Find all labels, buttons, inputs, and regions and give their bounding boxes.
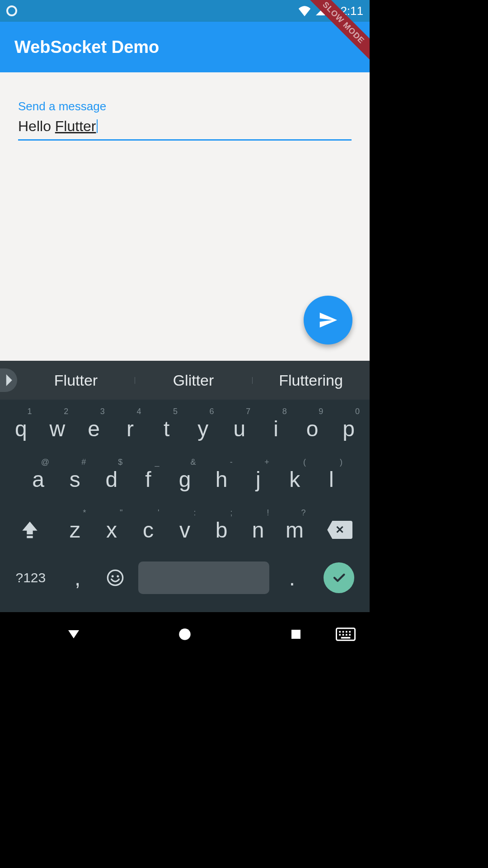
key-w[interactable]: w2 <box>40 404 75 453</box>
key-q[interactable]: q1 <box>4 404 38 453</box>
key-hint: & <box>191 458 196 467</box>
svg-rect-7 <box>291 630 300 639</box>
key-h[interactable]: h- <box>204 455 239 504</box>
key-hint: 2 <box>64 407 68 416</box>
svg-rect-14 <box>343 634 344 636</box>
key-hint: ? <box>301 508 305 518</box>
svg-rect-9 <box>339 631 341 633</box>
key-space[interactable] <box>135 556 272 599</box>
key-a[interactable]: a@ <box>21 455 56 504</box>
key-r[interactable]: r4 <box>113 404 148 453</box>
text-cursor-icon <box>97 119 98 133</box>
suggestion-expand-button[interactable] <box>0 368 17 392</box>
key-o[interactable]: o9 <box>295 404 330 453</box>
soft-keyboard: Flutter Glitter Fluttering q1w2e3r4t5y6u… <box>0 361 370 612</box>
nav-keyboard-switch-button[interactable] <box>335 624 356 645</box>
key-hint: 9 <box>319 407 323 416</box>
send-icon <box>318 310 338 330</box>
key-n[interactable]: n! <box>241 505 276 554</box>
key-emoji[interactable] <box>97 556 133 599</box>
svg-rect-12 <box>349 631 351 633</box>
key-d[interactable]: d$ <box>94 455 129 504</box>
status-app-indicator-icon <box>6 5 17 16</box>
key-hint: 1 <box>28 407 32 416</box>
svg-point-4 <box>112 575 114 577</box>
battery-charging-icon <box>329 5 337 17</box>
key-y[interactable]: y6 <box>186 404 221 453</box>
circle-icon <box>177 627 192 642</box>
key-hint: ! <box>267 508 269 518</box>
key-hint: " <box>120 508 122 518</box>
key-comma[interactable]: , <box>60 556 96 599</box>
key-hint: ; <box>230 508 232 518</box>
suggestion-item-2[interactable]: Fluttering <box>252 372 370 389</box>
system-nav-bar <box>0 612 370 656</box>
message-input-text-composing: Flutter <box>55 118 96 134</box>
svg-point-6 <box>179 628 191 640</box>
key-hint: 6 <box>210 407 214 416</box>
key-hint: : <box>193 508 196 518</box>
enter-check-icon <box>324 562 354 593</box>
message-input-text-plain: Hello <box>18 118 55 134</box>
key-hint: 5 <box>173 407 178 416</box>
key-c[interactable]: c' <box>131 505 166 554</box>
suggestion-bar: Flutter Glitter Fluttering <box>0 361 370 400</box>
key-t[interactable]: t5 <box>149 404 184 453</box>
message-field-label: Send a message <box>18 99 352 113</box>
key-m[interactable]: m? <box>277 505 312 554</box>
key-enter[interactable] <box>312 556 366 599</box>
key-hint: 3 <box>100 407 105 416</box>
key-period[interactable]: . <box>274 556 310 599</box>
svg-rect-11 <box>346 631 347 633</box>
key-l[interactable]: l) <box>314 455 349 504</box>
key-b[interactable]: b; <box>204 505 239 554</box>
emoji-icon <box>106 569 124 587</box>
spacebar-icon <box>138 561 269 594</box>
nav-back-button[interactable] <box>63 624 84 645</box>
key-shift[interactable] <box>4 505 56 554</box>
nav-recent-button[interactable] <box>286 624 306 645</box>
svg-point-3 <box>108 570 123 585</box>
key-hint: @ <box>41 458 49 467</box>
key-j[interactable]: j+ <box>241 455 276 504</box>
key-p[interactable]: p0 <box>331 404 366 453</box>
status-clock: 2:11 <box>340 4 363 18</box>
content-area: Send a message Hello Flutter <box>0 72 370 361</box>
svg-point-5 <box>117 575 119 577</box>
key-x[interactable]: x" <box>94 505 129 554</box>
suggestion-item-1[interactable]: Glitter <box>135 372 252 389</box>
app-bar: WebSocket Demo <box>0 22 370 72</box>
key-z[interactable]: z* <box>58 505 93 554</box>
app-title: WebSocket Demo <box>14 38 159 57</box>
wifi-icon <box>298 5 311 16</box>
key-u[interactable]: u7 <box>222 404 257 453</box>
svg-rect-16 <box>349 634 351 636</box>
key-k[interactable]: k( <box>277 455 312 504</box>
svg-rect-2 <box>27 536 33 538</box>
svg-rect-15 <box>346 634 347 636</box>
key-hint: 0 <box>355 407 360 416</box>
key-backspace[interactable]: ✕ <box>314 505 366 554</box>
suggestion-item-0[interactable]: Flutter <box>17 372 135 389</box>
key-f[interactable]: f_ <box>131 455 165 504</box>
key-hint: ) <box>340 458 343 467</box>
down-triangle-icon <box>66 626 82 642</box>
key-hint: * <box>83 508 86 518</box>
shift-icon <box>21 520 39 540</box>
svg-rect-10 <box>343 631 344 633</box>
key-hint: ( <box>303 458 306 467</box>
status-bar: 2:11 <box>0 0 370 22</box>
nav-home-button[interactable] <box>174 624 195 645</box>
cell-signal-icon <box>315 5 326 16</box>
key-s[interactable]: s# <box>57 455 92 504</box>
key-e[interactable]: e3 <box>76 404 111 453</box>
key-v[interactable]: v: <box>168 505 202 554</box>
message-input[interactable]: Hello Flutter <box>18 116 352 141</box>
key-hint: - <box>230 458 233 467</box>
key-symbols[interactable]: ?123 <box>4 556 58 599</box>
keyboard-icon <box>336 627 356 642</box>
key-g[interactable]: g& <box>167 455 202 504</box>
key-i[interactable]: i8 <box>258 404 293 453</box>
backspace-icon: ✕ <box>327 521 352 539</box>
send-fab[interactable] <box>304 296 352 344</box>
